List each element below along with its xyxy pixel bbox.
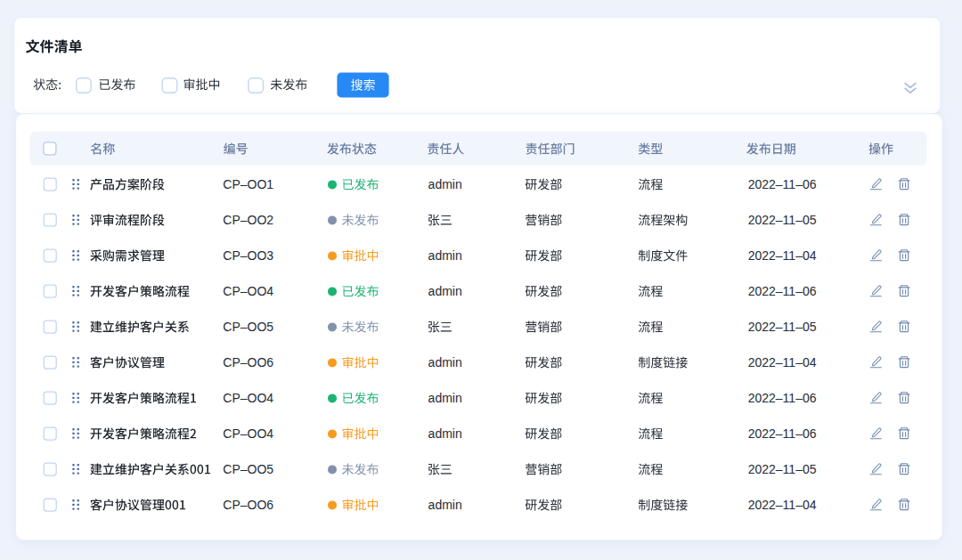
- svg-text:2022–11–06: 2022–11–06: [748, 284, 817, 298]
- svg-text:CP–OO2: CP–OO2: [223, 213, 273, 227]
- svg-text:2022–11–04: 2022–11–04: [748, 355, 817, 369]
- svg-text:CP–OO6: CP–OO6: [223, 498, 273, 512]
- svg-text:2022–11–05: 2022–11–05: [748, 320, 817, 334]
- svg-text:admin: admin: [428, 355, 462, 369]
- svg-text:2022–11–06: 2022–11–06: [748, 391, 817, 405]
- svg-text:2022–11–04: 2022–11–04: [748, 498, 817, 512]
- svg-text:admin: admin: [428, 391, 462, 405]
- svg-text:2022–11–06: 2022–11–06: [748, 177, 817, 191]
- svg-text:2022–11–06: 2022–11–06: [748, 426, 817, 441]
- svg-text:CP–OO4: CP–OO4: [223, 391, 273, 405]
- svg-text:CP–OO5: CP–OO5: [223, 320, 273, 334]
- svg-text:2022–11–05: 2022–11–05: [748, 213, 817, 227]
- svg-text:admin: admin: [428, 284, 462, 298]
- svg-text:CP–OO6: CP–OO6: [223, 355, 273, 369]
- svg-text:CP–OO4: CP–OO4: [223, 284, 273, 298]
- svg-text:admin: admin: [428, 498, 462, 512]
- svg-text:CP–OO4: CP–OO4: [223, 426, 273, 441]
- svg-text:2022–11–04: 2022–11–04: [748, 248, 817, 263]
- svg-text:admin: admin: [428, 248, 462, 263]
- svg-text:2022–11–05: 2022–11–05: [748, 462, 817, 476]
- svg-text:CP–OO5: CP–OO5: [223, 462, 273, 476]
- svg-text:admin: admin: [428, 426, 462, 441]
- svg-text:CP–OO3: CP–OO3: [223, 248, 273, 263]
- svg-text:CP–OO1: CP–OO1: [223, 177, 273, 191]
- svg-text:admin: admin: [428, 177, 462, 191]
